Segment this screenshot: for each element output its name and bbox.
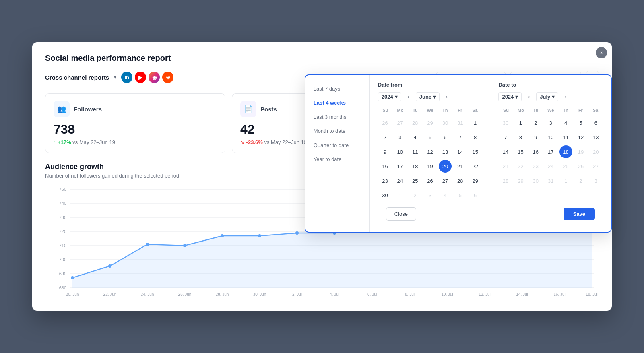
july-day-10[interactable]: 10 bbox=[544, 131, 557, 144]
june-day-26-prev[interactable]: 26 bbox=[378, 116, 391, 129]
july-day-5[interactable]: 5 bbox=[574, 116, 587, 129]
june-day-11[interactable]: 11 bbox=[409, 145, 421, 158]
july-day-8[interactable]: 8 bbox=[514, 131, 527, 144]
june-day-4[interactable]: 4 bbox=[409, 131, 421, 144]
cross-channel-label: Cross channel reports bbox=[45, 74, 109, 81]
june-day-14[interactable]: 14 bbox=[454, 145, 466, 158]
to-month-select[interactable]: July ▾ bbox=[536, 92, 558, 101]
preset-last3months[interactable]: Last 3 months bbox=[305, 110, 369, 124]
save-datepicker-button[interactable]: Save bbox=[564, 208, 595, 220]
june-days: 26 27 28 29 30 31 1 2 3 4 5 bbox=[378, 116, 483, 202]
svg-text:14. Jul: 14. Jul bbox=[516, 292, 528, 297]
july-day-15[interactable]: 15 bbox=[514, 145, 527, 158]
modal-close-button[interactable]: × bbox=[596, 47, 607, 58]
cal-headers: Date from 2024 ▾ ‹ June ▾ › bbox=[378, 82, 603, 101]
june-day-29[interactable]: 29 bbox=[469, 174, 482, 187]
june-day-6[interactable]: 6 bbox=[439, 131, 452, 144]
from-next-btn[interactable]: › bbox=[442, 92, 452, 101]
preset-last4weeks[interactable]: Last 4 weeks bbox=[305, 96, 369, 110]
july-day-1[interactable]: 1 bbox=[514, 116, 527, 129]
close-datepicker-button[interactable]: Close bbox=[386, 207, 416, 221]
to-year-select[interactable]: 2024 ▾ bbox=[498, 92, 522, 101]
svg-text:690: 690 bbox=[59, 271, 66, 276]
june-day-1-next[interactable]: 1 bbox=[394, 189, 407, 202]
june-day-28-prev[interactable]: 28 bbox=[409, 116, 421, 129]
july-day-30-prev[interactable]: 30 bbox=[499, 116, 512, 129]
june-day-19[interactable]: 19 bbox=[424, 160, 437, 173]
june-day-5[interactable]: 5 bbox=[424, 131, 437, 144]
june-day-4-next[interactable]: 4 bbox=[439, 189, 452, 202]
cal-header-from: Date from 2024 ▾ ‹ June ▾ › bbox=[378, 82, 483, 101]
preset-last7days[interactable]: Last 7 days bbox=[305, 82, 369, 96]
july-wd-sa: Sa bbox=[588, 106, 603, 114]
june-day-16[interactable]: 16 bbox=[378, 160, 391, 173]
june-day-18[interactable]: 18 bbox=[409, 160, 421, 173]
july-day-7[interactable]: 7 bbox=[499, 131, 512, 144]
june-day-22[interactable]: 22 bbox=[469, 160, 482, 173]
june-day-3[interactable]: 3 bbox=[394, 131, 407, 144]
june-day-27[interactable]: 27 bbox=[439, 174, 452, 187]
june-day-10[interactable]: 10 bbox=[394, 145, 407, 158]
june-day-2-next[interactable]: 2 bbox=[409, 189, 421, 202]
june-day-23[interactable]: 23 bbox=[378, 174, 391, 187]
youtube-icon[interactable]: ▶ bbox=[135, 72, 146, 83]
june-day-29-prev[interactable]: 29 bbox=[424, 116, 437, 129]
july-day-12[interactable]: 12 bbox=[574, 131, 587, 144]
to-next-btn[interactable]: › bbox=[561, 92, 570, 101]
followers-value: 738 bbox=[54, 122, 217, 137]
june-day-30[interactable]: 30 bbox=[378, 189, 391, 202]
june-day-12[interactable]: 12 bbox=[424, 145, 437, 158]
date-presets: Last 7 days Last 4 weeks Last 3 months M… bbox=[305, 75, 370, 232]
svg-text:4. Jul: 4. Jul bbox=[330, 292, 339, 297]
reddit-icon[interactable]: ⊕ bbox=[162, 72, 173, 83]
june-day-26[interactable]: 26 bbox=[424, 174, 437, 187]
july-day-18[interactable]: 18 bbox=[559, 145, 572, 158]
july-day-17[interactable]: 17 bbox=[544, 145, 557, 158]
june-day-1[interactable]: 1 bbox=[469, 116, 482, 129]
july-day-9[interactable]: 9 bbox=[529, 131, 542, 144]
july-day-30: 30 bbox=[529, 174, 542, 187]
june-day-30-prev[interactable]: 30 bbox=[439, 116, 452, 129]
svg-text:720: 720 bbox=[59, 229, 66, 234]
july-wd-tu: Tu bbox=[528, 106, 543, 114]
july-day-4[interactable]: 4 bbox=[559, 116, 572, 129]
june-day-25[interactable]: 25 bbox=[409, 174, 421, 187]
june-day-7[interactable]: 7 bbox=[454, 131, 466, 144]
july-day-11[interactable]: 11 bbox=[559, 131, 572, 144]
july-day-14[interactable]: 14 bbox=[499, 145, 512, 158]
july-day-31: 31 bbox=[544, 174, 557, 187]
june-day-9[interactable]: 9 bbox=[378, 145, 391, 158]
june-day-15[interactable]: 15 bbox=[469, 145, 482, 158]
july-day-16[interactable]: 16 bbox=[529, 145, 542, 158]
june-day-6-next[interactable]: 6 bbox=[469, 189, 482, 202]
preset-quartertodate[interactable]: Quarter to date bbox=[305, 138, 369, 152]
june-day-28[interactable]: 28 bbox=[454, 174, 466, 187]
preset-monthtodate[interactable]: Month to date bbox=[305, 124, 369, 138]
june-day-27-prev[interactable]: 27 bbox=[394, 116, 407, 129]
june-day-2[interactable]: 2 bbox=[378, 131, 391, 144]
july-day-2[interactable]: 2 bbox=[529, 116, 542, 129]
svg-text:22. Jun: 22. Jun bbox=[103, 292, 117, 297]
preset-yeartodate[interactable]: Year to date bbox=[305, 152, 369, 166]
from-month-select[interactable]: June ▾ bbox=[416, 92, 440, 101]
chevron-down-icon[interactable]: ▾ bbox=[114, 74, 116, 80]
june-day-3-next[interactable]: 3 bbox=[424, 189, 437, 202]
july-day-6[interactable]: 6 bbox=[589, 116, 602, 129]
from-year-select[interactable]: 2024 ▾ bbox=[378, 92, 401, 101]
june-day-5-next[interactable]: 5 bbox=[454, 189, 466, 202]
june-day-13[interactable]: 13 bbox=[439, 145, 452, 158]
from-prev-btn[interactable]: ‹ bbox=[404, 92, 413, 101]
instagram-icon[interactable]: ◉ bbox=[149, 72, 160, 83]
june-day-8[interactable]: 8 bbox=[469, 131, 482, 144]
june-day-20[interactable]: 20 bbox=[439, 160, 452, 173]
june-day-17[interactable]: 17 bbox=[394, 160, 407, 173]
june-day-31-prev[interactable]: 31 bbox=[454, 116, 466, 129]
july-day-3[interactable]: 3 bbox=[544, 116, 557, 129]
july-day-13[interactable]: 13 bbox=[589, 131, 602, 144]
to-prev-btn[interactable]: ‹ bbox=[524, 92, 534, 101]
linkedin-icon[interactable]: in bbox=[121, 72, 132, 83]
june-day-21[interactable]: 21 bbox=[454, 160, 466, 173]
svg-text:28. Jun: 28. Jun bbox=[216, 292, 229, 297]
july-day-25: 25 bbox=[559, 160, 572, 173]
june-day-24[interactable]: 24 bbox=[394, 174, 407, 187]
